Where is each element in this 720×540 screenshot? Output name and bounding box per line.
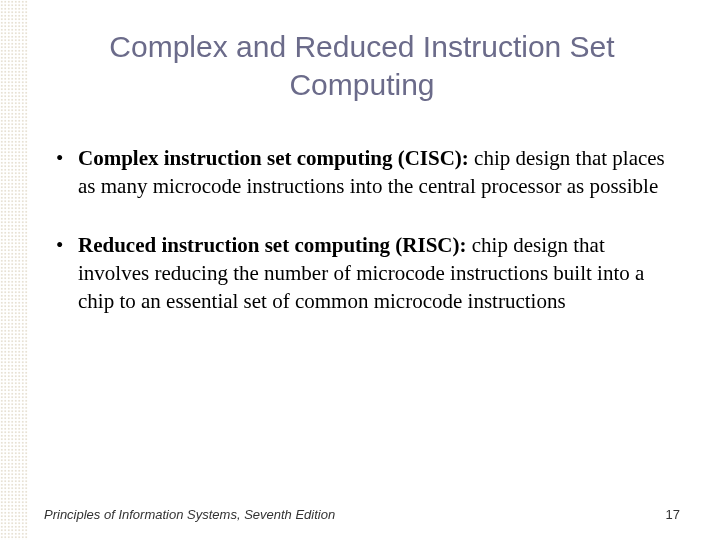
bullet-list: Complex instruction set computing (CISC)… <box>44 145 680 316</box>
slide-content: Complex and Reduced Instruction Set Comp… <box>0 0 720 540</box>
footer-source: Principles of Information Systems, Seven… <box>44 507 335 522</box>
slide-title: Complex and Reduced Instruction Set Comp… <box>44 28 680 103</box>
bullet-term: Reduced instruction set computing (RISC)… <box>78 233 467 257</box>
bullet-item: Complex instruction set computing (CISC)… <box>56 145 680 200</box>
footer-page-number: 17 <box>666 507 680 522</box>
slide-footer: Principles of Information Systems, Seven… <box>44 507 680 522</box>
bullet-term: Complex instruction set computing (CISC)… <box>78 146 469 170</box>
bullet-item: Reduced instruction set computing (RISC)… <box>56 232 680 315</box>
